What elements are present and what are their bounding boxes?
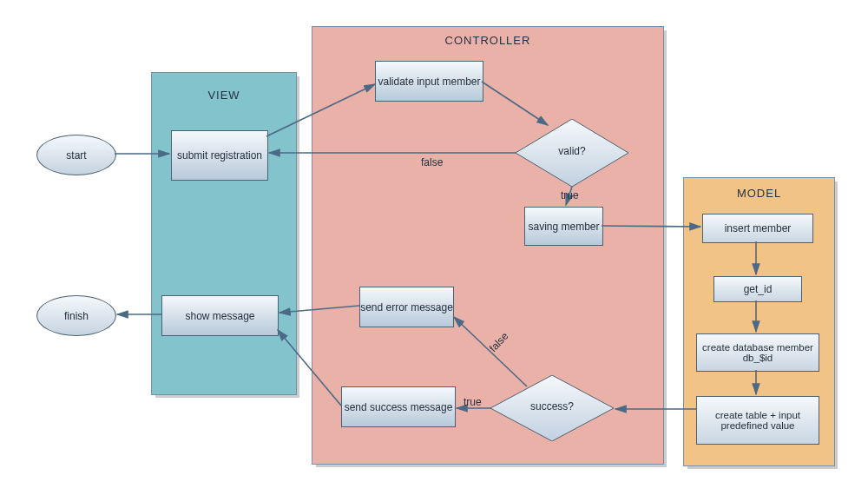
false-label-1: false [421, 156, 443, 168]
flowchart-diagram: VIEW CONTROLLER MODEL start finish submi… [0, 0, 868, 495]
send-error-node: send error message [359, 287, 454, 327]
insert-member-node: insert member [702, 214, 813, 243]
saving-member-node: saving member [524, 207, 603, 246]
view-panel: VIEW [151, 72, 297, 395]
finish-node: finish [36, 295, 116, 336]
true-label-2: true [464, 396, 482, 408]
success-decision: success? [490, 375, 614, 441]
valid-decision: valid? [516, 119, 628, 187]
valid-label: valid? [516, 145, 628, 157]
true-label-1: true [561, 189, 579, 201]
validate-input-node: validate input member [375, 61, 483, 102]
controller-title: CONTROLLER [312, 34, 663, 47]
start-node: start [36, 135, 116, 175]
send-success-node: send success message [341, 386, 456, 427]
get-id-node: get_id [713, 276, 802, 302]
success-label: success? [490, 400, 614, 412]
show-message-node: show message [161, 295, 279, 336]
view-title: VIEW [152, 89, 296, 102]
submit-registration-node: submit registration [171, 130, 268, 181]
create-database-node: create database member db_$id [696, 333, 819, 372]
model-title: MODEL [684, 187, 834, 200]
create-table-node: create table + input predefined value [696, 396, 819, 445]
